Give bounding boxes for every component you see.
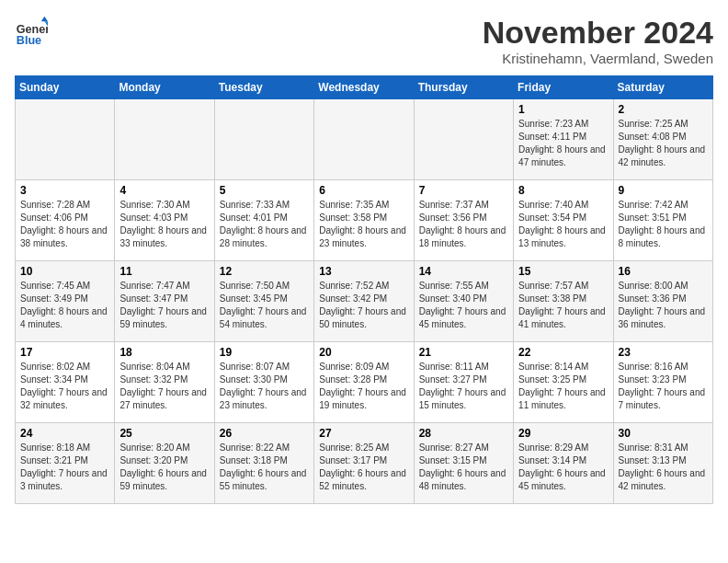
day-number: 3	[20, 184, 109, 197]
week-row-5: 24Sunrise: 8:18 AM Sunset: 3:21 PM Dayli…	[16, 423, 713, 504]
calendar-cell: 6Sunrise: 7:35 AM Sunset: 3:58 PM Daylig…	[314, 180, 414, 261]
calendar-cell: 13Sunrise: 7:52 AM Sunset: 3:42 PM Dayli…	[314, 261, 414, 342]
calendar-cell: 2Sunrise: 7:25 AM Sunset: 4:08 PM Daylig…	[613, 99, 712, 180]
dow-monday: Monday	[115, 76, 214, 99]
header: General Blue November 2024 Kristinehamn,…	[15, 15, 713, 66]
day-number: 24	[20, 427, 109, 440]
dow-sunday: Sunday	[16, 76, 115, 99]
calendar-cell: 27Sunrise: 8:25 AM Sunset: 3:17 PM Dayli…	[314, 423, 414, 504]
calendar-cell: 17Sunrise: 8:02 AM Sunset: 3:34 PM Dayli…	[16, 342, 115, 423]
day-info: Sunrise: 8:00 AM Sunset: 3:36 PM Dayligh…	[619, 280, 708, 331]
calendar-cell: 5Sunrise: 7:33 AM Sunset: 4:01 PM Daylig…	[214, 180, 313, 261]
calendar-cell: 4Sunrise: 7:30 AM Sunset: 4:03 PM Daylig…	[115, 180, 214, 261]
day-info: Sunrise: 8:20 AM Sunset: 3:20 PM Dayligh…	[119, 442, 209, 493]
day-info: Sunrise: 7:55 AM Sunset: 3:40 PM Dayligh…	[419, 280, 508, 331]
day-number: 18	[119, 346, 209, 359]
day-number: 5	[220, 184, 309, 197]
day-info: Sunrise: 7:37 AM Sunset: 3:56 PM Dayligh…	[419, 199, 508, 250]
calendar-body: 1Sunrise: 7:23 AM Sunset: 4:11 PM Daylig…	[16, 99, 713, 504]
day-info: Sunrise: 8:09 AM Sunset: 3:28 PM Dayligh…	[319, 361, 408, 412]
dow-friday: Friday	[514, 76, 613, 99]
day-info: Sunrise: 7:23 AM Sunset: 4:11 PM Dayligh…	[518, 118, 608, 169]
day-number: 26	[220, 427, 309, 440]
calendar-cell: 24Sunrise: 8:18 AM Sunset: 3:21 PM Dayli…	[16, 423, 115, 504]
day-info: Sunrise: 8:04 AM Sunset: 3:32 PM Dayligh…	[119, 361, 209, 412]
day-number: 1	[518, 103, 608, 116]
svg-text:Blue: Blue	[17, 34, 41, 47]
calendar-cell: 11Sunrise: 7:47 AM Sunset: 3:47 PM Dayli…	[115, 261, 214, 342]
day-number: 4	[119, 184, 209, 197]
day-number: 25	[119, 427, 209, 440]
calendar-cell: 1Sunrise: 7:23 AM Sunset: 4:11 PM Daylig…	[514, 99, 613, 180]
dow-wednesday: Wednesday	[314, 76, 414, 99]
day-info: Sunrise: 7:25 AM Sunset: 4:08 PM Dayligh…	[619, 118, 708, 169]
calendar-cell: 12Sunrise: 7:50 AM Sunset: 3:45 PM Dayli…	[214, 261, 313, 342]
calendar-cell: 15Sunrise: 7:57 AM Sunset: 3:38 PM Dayli…	[514, 261, 613, 342]
calendar-cell: 28Sunrise: 8:27 AM Sunset: 3:15 PM Dayli…	[414, 423, 513, 504]
day-number: 14	[419, 265, 508, 278]
calendar-cell: 10Sunrise: 7:45 AM Sunset: 3:49 PM Dayli…	[16, 261, 115, 342]
day-info: Sunrise: 8:18 AM Sunset: 3:21 PM Dayligh…	[20, 442, 109, 493]
day-number: 12	[220, 265, 309, 278]
day-number: 27	[319, 427, 408, 440]
day-number: 8	[518, 184, 608, 197]
day-number: 10	[20, 265, 109, 278]
day-number: 16	[619, 265, 708, 278]
day-info: Sunrise: 8:31 AM Sunset: 3:13 PM Dayligh…	[619, 442, 708, 493]
calendar-cell: 20Sunrise: 8:09 AM Sunset: 3:28 PM Dayli…	[314, 342, 414, 423]
calendar-cell: 22Sunrise: 8:14 AM Sunset: 3:25 PM Dayli…	[514, 342, 613, 423]
calendar-cell: 25Sunrise: 8:20 AM Sunset: 3:20 PM Dayli…	[115, 423, 214, 504]
calendar-table: SundayMondayTuesdayWednesdayThursdayFrid…	[15, 75, 713, 504]
calendar-cell: 18Sunrise: 8:04 AM Sunset: 3:32 PM Dayli…	[115, 342, 214, 423]
week-row-2: 3Sunrise: 7:28 AM Sunset: 4:06 PM Daylig…	[16, 180, 713, 261]
day-number: 2	[619, 103, 708, 116]
day-number: 6	[319, 184, 408, 197]
day-info: Sunrise: 7:45 AM Sunset: 3:49 PM Dayligh…	[20, 280, 109, 331]
day-number: 9	[619, 184, 708, 197]
day-number: 28	[419, 427, 508, 440]
day-info: Sunrise: 7:50 AM Sunset: 3:45 PM Dayligh…	[220, 280, 309, 331]
calendar-cell: 26Sunrise: 8:22 AM Sunset: 3:18 PM Dayli…	[214, 423, 313, 504]
day-number: 7	[419, 184, 508, 197]
day-info: Sunrise: 8:14 AM Sunset: 3:25 PM Dayligh…	[518, 361, 608, 412]
calendar-cell	[16, 99, 115, 180]
day-info: Sunrise: 7:30 AM Sunset: 4:03 PM Dayligh…	[119, 199, 209, 250]
day-info: Sunrise: 7:33 AM Sunset: 4:01 PM Dayligh…	[220, 199, 309, 250]
calendar-cell: 3Sunrise: 7:28 AM Sunset: 4:06 PM Daylig…	[16, 180, 115, 261]
calendar-cell: 21Sunrise: 8:11 AM Sunset: 3:27 PM Dayli…	[414, 342, 513, 423]
day-info: Sunrise: 8:27 AM Sunset: 3:15 PM Dayligh…	[419, 442, 508, 493]
day-number: 20	[319, 346, 408, 359]
calendar-cell: 14Sunrise: 7:55 AM Sunset: 3:40 PM Dayli…	[414, 261, 513, 342]
day-number: 15	[518, 265, 608, 278]
day-info: Sunrise: 8:11 AM Sunset: 3:27 PM Dayligh…	[419, 361, 508, 412]
day-info: Sunrise: 7:28 AM Sunset: 4:06 PM Dayligh…	[20, 199, 109, 250]
day-info: Sunrise: 7:42 AM Sunset: 3:51 PM Dayligh…	[619, 199, 708, 250]
day-number: 30	[619, 427, 708, 440]
calendar-cell: 9Sunrise: 7:42 AM Sunset: 3:51 PM Daylig…	[613, 180, 712, 261]
day-info: Sunrise: 8:07 AM Sunset: 3:30 PM Dayligh…	[220, 361, 309, 412]
day-info: Sunrise: 8:02 AM Sunset: 3:34 PM Dayligh…	[20, 361, 109, 412]
subtitle: Kristinehamn, Vaermland, Sweden	[483, 51, 713, 66]
day-info: Sunrise: 8:16 AM Sunset: 3:23 PM Dayligh…	[619, 361, 708, 412]
day-number: 19	[220, 346, 309, 359]
day-info: Sunrise: 7:47 AM Sunset: 3:47 PM Dayligh…	[119, 280, 209, 331]
calendar-cell	[314, 99, 414, 180]
calendar-cell: 16Sunrise: 8:00 AM Sunset: 3:36 PM Dayli…	[613, 261, 712, 342]
day-info: Sunrise: 8:25 AM Sunset: 3:17 PM Dayligh…	[319, 442, 408, 493]
calendar-cell	[214, 99, 313, 180]
week-row-3: 10Sunrise: 7:45 AM Sunset: 3:49 PM Dayli…	[16, 261, 713, 342]
days-of-week-header: SundayMondayTuesdayWednesdayThursdayFrid…	[16, 76, 713, 99]
day-number: 21	[419, 346, 508, 359]
calendar-cell: 23Sunrise: 8:16 AM Sunset: 3:23 PM Dayli…	[613, 342, 712, 423]
week-row-1: 1Sunrise: 7:23 AM Sunset: 4:11 PM Daylig…	[16, 99, 713, 180]
week-row-4: 17Sunrise: 8:02 AM Sunset: 3:34 PM Dayli…	[16, 342, 713, 423]
calendar-cell: 29Sunrise: 8:29 AM Sunset: 3:14 PM Dayli…	[514, 423, 613, 504]
day-info: Sunrise: 7:35 AM Sunset: 3:58 PM Dayligh…	[319, 199, 408, 250]
day-number: 29	[518, 427, 608, 440]
day-number: 17	[20, 346, 109, 359]
title-area: November 2024 Kristinehamn, Vaermland, S…	[483, 15, 713, 66]
day-info: Sunrise: 7:40 AM Sunset: 3:54 PM Dayligh…	[518, 199, 608, 250]
day-number: 23	[619, 346, 708, 359]
day-number: 22	[518, 346, 608, 359]
dow-saturday: Saturday	[613, 76, 712, 99]
